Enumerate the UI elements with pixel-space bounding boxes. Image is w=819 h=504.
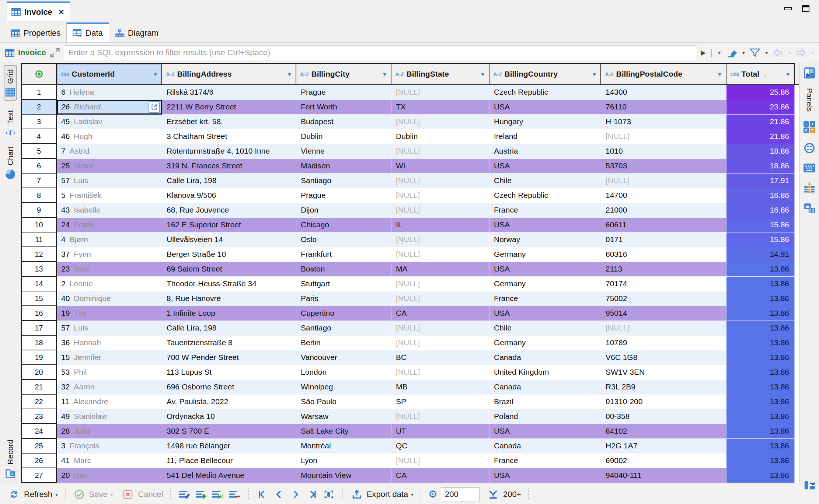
row-number-cell[interactable]: 17 — [21, 321, 57, 336]
delete-row-icon[interactable] — [228, 488, 241, 501]
cell-billingaddress[interactable]: Theodor-Heuss-Straße 34 — [162, 277, 296, 291]
cell-billingstate[interactable]: [NULL] — [391, 277, 489, 291]
cell-billingstate[interactable]: [NULL] — [391, 409, 489, 424]
column-menu-icon[interactable]: ▼ — [382, 71, 391, 77]
cell-billingpostalcode[interactable]: 14700 — [601, 188, 726, 203]
expand-filter-icon[interactable] — [50, 48, 60, 58]
close-icon[interactable]: ✕ — [58, 8, 65, 17]
cell-billingcity[interactable]: Santiago — [296, 321, 391, 336]
cell-billingcity[interactable]: Budapest — [296, 115, 391, 129]
column-menu-icon[interactable]: ▼ — [717, 71, 726, 77]
cell-billingstate[interactable]: CA — [391, 306, 489, 321]
first-page-icon[interactable] — [256, 488, 269, 501]
row-number-cell[interactable]: 5 — [21, 144, 57, 159]
presentation-tab-text[interactable]: Text ‹T› — [5, 110, 15, 137]
cell-total[interactable]: 13.86 — [726, 262, 795, 277]
cell-billingaddress[interactable]: 696 Osborne Street — [162, 380, 296, 395]
cell-customerid[interactable]: 57Luis — [57, 321, 162, 336]
cell-billingpostalcode[interactable]: 10789 — [601, 336, 726, 350]
cell-billingpostalcode[interactable]: [NULL] — [601, 321, 726, 336]
row-number-cell[interactable]: 8 — [21, 188, 57, 203]
maximize-icon[interactable] — [802, 5, 809, 12]
cell-customerid[interactable]: 45Ladislav — [57, 115, 162, 129]
row-number-cell[interactable]: 2 — [21, 100, 57, 115]
cell-total[interactable]: 21.86 — [726, 129, 795, 144]
cell-billingpostalcode[interactable]: 84102 — [601, 424, 726, 439]
cell-billingaddress[interactable]: Tauentzienstraße 8 — [162, 336, 296, 350]
cell-total[interactable]: 16.86 — [726, 188, 795, 203]
cell-billingaddress[interactable]: 68, Rue Jouvence — [162, 203, 296, 218]
header-billingcity[interactable]: A-Z BillingCity ▼ — [296, 63, 391, 85]
cell-billingcity[interactable]: Salt Lake City — [296, 424, 391, 439]
cell-billingaddress[interactable]: 3 Chatham Street — [162, 129, 296, 144]
cell-billingaddress[interactable]: 69 Salem Street — [162, 262, 296, 277]
cell-customerid[interactable]: 57Luis — [57, 174, 162, 188]
cell-total[interactable]: 13.86 — [726, 336, 795, 350]
cell-customerid[interactable]: 37Fynn — [57, 247, 162, 262]
row-number-cell[interactable]: 4 — [21, 129, 57, 144]
duplicate-row-icon[interactable]: (+) — [211, 488, 224, 501]
cell-billingpostalcode[interactable]: SW1V 3EN — [601, 365, 726, 380]
cell-total[interactable]: 13.86 — [726, 350, 795, 365]
row-number-cell[interactable]: 26 — [21, 454, 57, 468]
cell-billingpostalcode[interactable]: 76110 — [601, 100, 726, 115]
cell-total[interactable]: 21.86 — [726, 115, 795, 129]
cell-billingcity[interactable]: Lyon — [296, 454, 391, 468]
cell-billingaddress[interactable]: Calle Lira, 198 — [162, 174, 296, 188]
cell-billingcountry[interactable]: Canada — [489, 439, 601, 454]
cell-customerid[interactable]: 2Leonie — [57, 277, 162, 291]
settings-gear-icon[interactable]: ⚙ — [428, 489, 438, 500]
cell-billingcountry[interactable]: Ireland — [489, 129, 601, 144]
grouping-panel-icon[interactable] — [804, 143, 815, 154]
cell-billingcountry[interactable]: Brazil — [489, 395, 601, 409]
cell-customerid[interactable]: 19Tim — [57, 306, 162, 321]
export-icon[interactable] — [350, 488, 363, 501]
cell-total[interactable]: 13.86 — [726, 439, 795, 454]
cancel-button[interactable]: Cancel — [138, 490, 163, 499]
cell-customerid[interactable]: 23John — [57, 262, 162, 277]
cell-total[interactable]: 23.86 — [726, 100, 795, 115]
cell-billingcity[interactable]: Berlin — [296, 336, 391, 350]
column-menu-icon[interactable]: ▼ — [480, 71, 489, 77]
cell-billingstate[interactable]: [NULL] — [391, 454, 489, 468]
row-number-cell[interactable]: 24 — [21, 424, 57, 439]
cell-total[interactable]: 14.91 — [726, 247, 795, 262]
cell-billingaddress[interactable]: 700 W Pender Street — [162, 350, 296, 365]
cell-billingpostalcode[interactable]: 01310-200 — [601, 395, 726, 409]
cell-billingcity[interactable]: Chicago — [296, 218, 391, 232]
row-number-cell[interactable]: 3 — [21, 115, 57, 129]
cell-billingaddress[interactable]: 2211 W Berry Street — [162, 100, 296, 115]
cell-billingstate[interactable]: [NULL] — [391, 85, 489, 100]
cell-billingcity[interactable]: Boston — [296, 262, 391, 277]
cell-customerid[interactable]: 41Marc — [57, 454, 162, 468]
cell-billingcity[interactable]: Paris — [296, 291, 391, 306]
apply-filter-icon[interactable]: ▶ — [701, 49, 706, 57]
cell-billingcountry[interactable]: United Kingdom — [489, 365, 601, 380]
cell-billingcity[interactable]: Warsaw — [296, 409, 391, 424]
go-to-row-icon[interactable] — [322, 488, 335, 501]
cell-billingaddress[interactable]: Ullevålsveien 14 — [162, 232, 296, 247]
cell-total[interactable]: 25.86 — [726, 85, 795, 100]
cell-billingcity[interactable]: Stuttgart — [296, 277, 391, 291]
filter-back-icon[interactable] — [771, 46, 785, 59]
cell-customerid[interactable]: 43Isabelle — [57, 203, 162, 218]
next-page-icon[interactable] — [289, 488, 302, 501]
cell-customerid[interactable]: 49Stanisław — [57, 409, 162, 424]
row-number-cell[interactable]: 12 — [21, 247, 57, 262]
cell-billingaddress[interactable]: 319 N. Frances Street — [162, 159, 296, 174]
cell-total[interactable]: 13.86 — [726, 277, 795, 291]
cell-customerid[interactable]: 11Alexandre — [57, 395, 162, 409]
cell-billingaddress[interactable]: Klanova 9/506 — [162, 188, 296, 203]
cell-billingpostalcode[interactable]: H-1073 — [601, 115, 726, 129]
cell-billingstate[interactable]: SP — [391, 395, 489, 409]
filters-menu-icon[interactable] — [748, 46, 762, 59]
cell-customerid[interactable]: 4Bjørn — [57, 232, 162, 247]
fetch-next-segment-icon[interactable] — [487, 488, 500, 501]
panels-layout-icon[interactable] — [804, 67, 815, 78]
calc-panel-icon[interactable]: −+×= — [804, 121, 815, 133]
cell-customerid[interactable]: 28Julia — [57, 424, 162, 439]
cell-billingcity[interactable]: Vienne — [296, 144, 391, 159]
row-number-cell[interactable]: 15 — [21, 291, 57, 306]
minimize-icon[interactable] — [784, 7, 792, 10]
column-menu-icon[interactable]: ▼ — [153, 71, 161, 77]
